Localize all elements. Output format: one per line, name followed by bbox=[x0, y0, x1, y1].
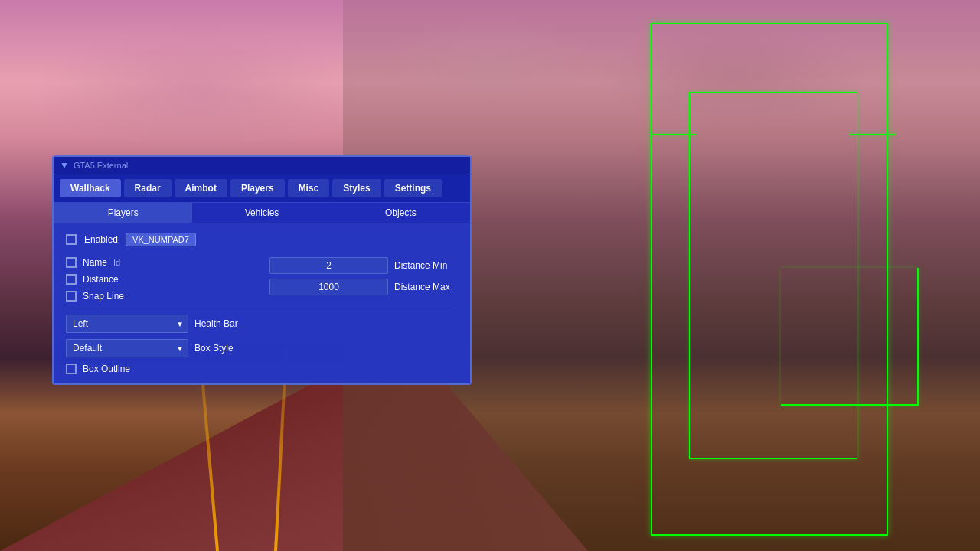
sub-tab-bar: Players Vehicles Objects bbox=[54, 202, 470, 223]
box-outline-row: Box Outline bbox=[66, 364, 458, 374]
name-label: Name bbox=[83, 257, 107, 268]
health-bar-label: Health Bar bbox=[194, 318, 238, 329]
tab-radar[interactable]: Radar bbox=[124, 179, 172, 197]
box-style-label: Box Style bbox=[194, 343, 234, 354]
panel-title: GTA5 External bbox=[74, 161, 128, 170]
sub-tab-players[interactable]: Players bbox=[54, 203, 192, 223]
box-outline-label: Box Outline bbox=[83, 364, 130, 374]
wireframe-arm bbox=[781, 268, 919, 406]
enabled-key-badge[interactable]: VK_NUMPAD7 bbox=[126, 233, 196, 246]
tab-settings[interactable]: Settings bbox=[384, 179, 442, 197]
tab-bar: Wallhack Radar Aimbot Players Misc Style… bbox=[54, 174, 470, 202]
health-bar-dropdown[interactable]: Left Right Top Bottom bbox=[66, 315, 188, 333]
distance-max-label: Distance Max bbox=[394, 282, 450, 292]
sub-tab-vehicles[interactable]: Vehicles bbox=[192, 203, 331, 223]
drag-icon: ▼ bbox=[60, 160, 69, 171]
wireframe-shoulder-right bbox=[850, 134, 896, 135]
name-checkbox[interactable] bbox=[66, 257, 77, 268]
divider-1 bbox=[66, 308, 458, 308]
box-outline-checkbox[interactable] bbox=[66, 364, 77, 374]
tab-aimbot[interactable]: Aimbot bbox=[175, 179, 227, 197]
health-bar-row: Left Right Top Bottom ▼ Health Bar bbox=[66, 315, 458, 333]
box-style-dropdown-wrapper: Default Corner 3D ▼ bbox=[66, 339, 188, 357]
box-style-dropdown[interactable]: Default Corner 3D bbox=[66, 339, 188, 357]
distance-label: Distance bbox=[83, 274, 119, 285]
tab-styles[interactable]: Styles bbox=[332, 179, 381, 197]
snap-line-label: Snap Line bbox=[83, 291, 124, 302]
panel-title-bar[interactable]: ▼ GTA5 External bbox=[54, 157, 470, 174]
distance-min-input[interactable] bbox=[270, 257, 388, 274]
tab-misc[interactable]: Misc bbox=[288, 179, 330, 197]
enabled-label: Enabled bbox=[84, 234, 118, 245]
tab-players[interactable]: Players bbox=[230, 179, 285, 197]
panel-content: Enabled VK_NUMPAD7 Name Id Distance Snap… bbox=[54, 223, 470, 383]
health-bar-dropdown-wrapper: Left Right Top Bottom ▼ bbox=[66, 315, 188, 333]
sub-tab-objects[interactable]: Objects bbox=[332, 203, 470, 223]
distance-checkbox[interactable] bbox=[66, 274, 77, 285]
enabled-checkbox[interactable] bbox=[66, 234, 77, 245]
snap-line-checkbox[interactable] bbox=[66, 291, 77, 302]
tab-wallhack[interactable]: Wallhack bbox=[60, 179, 121, 197]
distance-max-input[interactable] bbox=[270, 279, 388, 295]
id-label: Id bbox=[113, 258, 120, 267]
wireframe-shoulder-left bbox=[651, 134, 697, 135]
distance-min-label: Distance Min bbox=[394, 260, 447, 271]
main-panel: ▼ GTA5 External Wallhack Radar Aimbot Pl… bbox=[52, 155, 472, 385]
enabled-row: Enabled VK_NUMPAD7 bbox=[66, 233, 458, 246]
box-style-row: Default Corner 3D ▼ Box Style bbox=[66, 339, 458, 357]
